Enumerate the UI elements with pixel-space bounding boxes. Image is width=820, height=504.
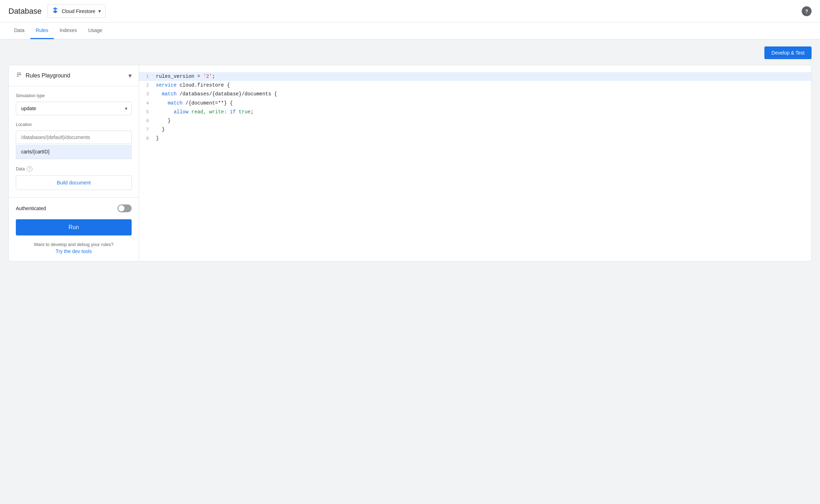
data-section: Data ? Build document — [16, 166, 132, 190]
line-content: match /databases/{database}/documents { — [156, 90, 811, 99]
code-token: if — [230, 109, 236, 115]
code-line: 4 match /{document=**} { — [139, 99, 811, 108]
code-token: match — [156, 91, 177, 97]
location-section: Location carts/{cartID} — [16, 122, 132, 159]
sidebar-header-left: Rules Playground — [16, 71, 70, 80]
svg-point-3 — [20, 74, 21, 75]
line-number: 2 — [139, 81, 156, 89]
toggle-thumb — [118, 205, 125, 212]
code-token: ; — [212, 74, 215, 79]
service-selector[interactable]: Cloud Firestore ▾ — [47, 4, 106, 18]
tab-rules[interactable]: Rules — [30, 23, 54, 39]
code-token: /{document=**} { — [183, 100, 233, 106]
code-token: read, write: — [188, 109, 230, 115]
firestore-icon — [52, 7, 59, 15]
simulation-type-wrapper: get list create update delete ▾ — [16, 102, 132, 115]
chevron-down-icon: ▾ — [98, 8, 101, 14]
line-content: rules_version = '2'; — [156, 72, 811, 81]
code-token: true — [236, 109, 251, 115]
code-token: rules_version = — [156, 74, 203, 79]
code-token: '2' — [203, 74, 212, 79]
line-number: 4 — [139, 99, 156, 107]
dev-tools-link[interactable]: Try the dev tools — [16, 248, 132, 254]
tab-data[interactable]: Data — [8, 23, 30, 39]
tab-usage[interactable]: Usage — [82, 23, 108, 39]
authenticated-row: Authenticated — [16, 204, 132, 212]
simulation-type-label: Simulation type — [16, 93, 132, 98]
code-line: 3 match /databases/{database}/documents … — [139, 90, 811, 99]
location-label: Location — [16, 122, 132, 127]
build-document-button[interactable]: Build document — [16, 175, 132, 190]
data-info-icon[interactable]: ? — [27, 166, 32, 172]
line-content: allow read, write: if true; — [156, 108, 811, 116]
sidebar-header: Rules Playground ▾ — [9, 65, 139, 86]
header: Database Cloud Firestore ▾ ? — [0, 0, 820, 23]
main-panel: Rules Playground ▾ Simulation type get l… — [8, 65, 812, 262]
data-label-row: Data ? — [16, 166, 132, 172]
authenticated-label: Authenticated — [16, 206, 46, 211]
page-content: Develop & Test Rules Playground — [0, 39, 820, 269]
simulation-type-section: Simulation type get list create update d… — [9, 86, 139, 197]
code-token: } — [156, 136, 159, 141]
code-token: } — [156, 127, 165, 132]
authenticated-toggle[interactable] — [118, 204, 132, 212]
dev-tools-text: Want to develop and debug your rules? — [16, 241, 132, 248]
nav-tabs: Data Rules Indexes Usage — [0, 23, 820, 39]
code-token: service — [156, 82, 177, 88]
filter-icon — [16, 71, 22, 80]
code-token: ; — [251, 109, 253, 115]
line-number: 5 — [139, 108, 156, 116]
code-token: match — [156, 100, 183, 106]
line-number: 1 — [139, 73, 156, 81]
help-button[interactable]: ? — [802, 6, 812, 16]
sidebar: Rules Playground ▾ Simulation type get l… — [9, 65, 139, 261]
sidebar-title: Rules Playground — [26, 73, 70, 79]
line-content: match /{document=**} { — [156, 99, 811, 108]
code-token: cloud.firestore { — [177, 82, 230, 88]
code-line: 6 } — [139, 116, 811, 125]
code-line: 8} — [139, 134, 811, 143]
develop-test-button[interactable]: Develop & Test — [764, 46, 812, 59]
line-number: 8 — [139, 134, 156, 143]
code-editor[interactable]: 1rules_version = '2';2service cloud.fire… — [139, 65, 811, 150]
tab-indexes[interactable]: Indexes — [54, 23, 82, 39]
line-number: 7 — [139, 126, 156, 134]
code-token: /databases/{database}/documents { — [177, 91, 277, 97]
simulation-type-select[interactable]: get list create update delete — [16, 102, 132, 115]
collapse-icon[interactable]: ▾ — [128, 72, 132, 80]
code-line: 5 allow read, write: if true; — [139, 108, 811, 116]
data-label: Data — [16, 166, 25, 171]
code-line: 7 } — [139, 125, 811, 134]
code-token: } — [156, 118, 171, 124]
line-content: } — [156, 134, 811, 143]
app-title: Database — [8, 7, 42, 16]
service-name: Cloud Firestore — [62, 8, 95, 14]
header-left: Database Cloud Firestore ▾ — [8, 4, 106, 18]
line-number: 6 — [139, 117, 156, 125]
location-dropdown-item[interactable]: carts/{cartID} — [16, 145, 132, 159]
line-content: } — [156, 116, 811, 125]
code-token: allow — [156, 109, 188, 115]
line-content: service cloud.firestore { — [156, 81, 811, 90]
code-line: 2service cloud.firestore { — [139, 81, 811, 90]
line-content: } — [156, 125, 811, 134]
line-number: 3 — [139, 90, 156, 98]
sidebar-bottom: Authenticated Run Want to develop and de… — [9, 197, 139, 261]
location-input[interactable] — [16, 131, 132, 144]
code-line: 1rules_version = '2'; — [139, 72, 811, 81]
code-panel: 1rules_version = '2';2service cloud.fire… — [139, 65, 811, 261]
run-button[interactable]: Run — [16, 219, 132, 235]
toolbar-row: Develop & Test — [8, 46, 812, 59]
